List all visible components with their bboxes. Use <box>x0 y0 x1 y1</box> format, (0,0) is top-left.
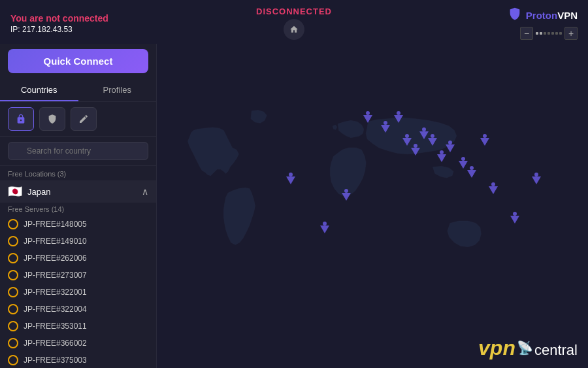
search-input[interactable] <box>8 142 148 160</box>
home-button[interactable] <box>284 19 304 40</box>
zoom-dot-7 <box>559 32 562 35</box>
world-map <box>157 44 588 368</box>
map-marker <box>381 125 390 133</box>
antenna-icon: 📡 <box>517 340 533 356</box>
proton-shield-icon <box>508 7 522 24</box>
zoom-dot-1 <box>536 32 538 35</box>
japan-country-name: Japan <box>27 187 50 197</box>
filter-edit-button[interactable] <box>71 107 97 131</box>
server-item[interactable]: JP-FREE#149010 <box>0 233 156 250</box>
header: You are not connected IP: 217.182.43.53 … <box>0 0 588 44</box>
shield-filter-icon <box>47 114 57 124</box>
chevron-up-icon: ∧ <box>142 186 148 197</box>
main-content: Quick Connect Countries Profiles <box>0 44 588 368</box>
server-status-circle <box>8 219 18 229</box>
zoom-minus-button[interactable]: − <box>520 27 533 40</box>
proton-brand-text: ProtonVPN <box>526 10 578 21</box>
server-name: JP-FREE#148005 <box>24 220 87 229</box>
map-marker <box>342 193 351 201</box>
not-connected-label: You are not connected <box>10 13 108 24</box>
server-status-circle <box>8 287 18 297</box>
zoom-dot-4 <box>547 32 550 35</box>
server-status-circle <box>8 253 18 263</box>
disconnected-label: DISCONNECTED <box>256 7 332 16</box>
map-marker <box>411 148 420 156</box>
server-name: JP-FREE#375003 <box>24 356 87 365</box>
proton-logo: ProtonVPN − + <box>508 7 578 40</box>
central-text: central <box>534 342 578 359</box>
map-marker <box>459 161 468 169</box>
filter-lock-button[interactable] <box>8 107 34 131</box>
edit-icon <box>78 114 89 124</box>
server-status-circle <box>8 270 18 280</box>
server-item[interactable]: JP-FREE#273007 <box>0 267 156 284</box>
server-name: JP-FREE#322001 <box>24 288 87 297</box>
filter-icons <box>0 102 156 137</box>
server-name: JP-FREE#273007 <box>24 271 87 280</box>
server-item[interactable]: JP-FREE#322001 <box>0 284 156 301</box>
map-marker <box>286 176 295 184</box>
server-status-circle <box>8 338 18 348</box>
zoom-controls: − + <box>520 27 578 40</box>
server-name: JP-FREE#366002 <box>24 339 87 348</box>
map-marker <box>532 176 541 184</box>
free-servers-label: Free Servers (14) <box>0 203 156 216</box>
map-marker <box>510 216 519 224</box>
zoom-bar <box>536 32 562 35</box>
map-marker <box>419 131 429 139</box>
server-status-circle <box>8 304 18 314</box>
map-marker <box>467 170 476 178</box>
map-marker <box>480 138 489 146</box>
map-marker <box>394 115 403 123</box>
proton-suffix: VPN <box>557 10 578 21</box>
connection-status: You are not connected IP: 217.182.43.53 <box>10 13 108 34</box>
zoom-dot-2 <box>540 32 542 35</box>
server-item[interactable]: JP-FREE#375003 <box>0 352 156 368</box>
shield-icon <box>508 7 522 21</box>
server-items-container: JP-FREE#148005 JP-FREE#149010 JP-FREE#26… <box>0 216 156 368</box>
filter-shield-button[interactable] <box>39 107 65 131</box>
server-name: JP-FREE#353011 <box>24 322 87 331</box>
japan-flag: 🇯🇵 <box>8 184 22 199</box>
map-marker <box>446 144 455 152</box>
tab-profiles[interactable]: Profiles <box>78 80 157 101</box>
server-name: JP-FREE#262006 <box>24 254 87 263</box>
server-item[interactable]: JP-FREE#366002 <box>0 335 156 352</box>
vpncentral-logo: vpn 📡 central <box>478 336 578 360</box>
zoom-plus-button[interactable]: + <box>564 27 578 40</box>
map-marker <box>437 154 446 162</box>
japan-country-row[interactable]: 🇯🇵 Japan ∧ <box>0 180 156 203</box>
center-status: DISCONNECTED <box>256 7 332 40</box>
map-marker <box>489 186 498 194</box>
home-icon <box>289 25 299 34</box>
tab-countries[interactable]: Countries <box>0 80 78 101</box>
search-wrap: 🔍 <box>0 137 156 166</box>
server-name: JP-FREE#322004 <box>24 305 87 314</box>
server-list: Free Locations (3) 🇯🇵 Japan ∧ Free Serve… <box>0 166 156 368</box>
map-marker <box>402 138 412 146</box>
server-item[interactable]: JP-FREE#148005 <box>0 216 156 233</box>
server-status-circle <box>8 321 18 331</box>
server-status-circle <box>8 236 18 246</box>
map-marker <box>428 138 437 146</box>
zoom-dot-3 <box>544 32 546 35</box>
tabs: Countries Profiles <box>0 80 156 102</box>
zoom-dot-5 <box>551 32 554 35</box>
server-status-circle <box>8 355 18 365</box>
server-name: JP-FREE#149010 <box>24 237 87 246</box>
map-area: vpn 📡 central <box>157 44 588 368</box>
lock-icon <box>16 114 26 124</box>
ip-address: IP: 217.182.43.53 <box>10 25 108 34</box>
server-item[interactable]: JP-FREE#353011 <box>0 318 156 335</box>
free-locations-label: Free Locations (3) <box>0 166 156 180</box>
vpn-text: vpn <box>478 336 515 360</box>
server-item[interactable]: JP-FREE#262006 <box>0 250 156 267</box>
zoom-dot-6 <box>555 32 558 35</box>
proton-prefix: Proton <box>526 10 557 21</box>
quick-connect-button[interactable]: Quick Connect <box>8 49 148 73</box>
sidebar: Quick Connect Countries Profiles <box>0 44 157 368</box>
server-item[interactable]: JP-FREE#322004 <box>0 301 156 318</box>
country-row-left: 🇯🇵 Japan <box>8 184 50 199</box>
map-marker <box>363 115 372 123</box>
map-marker <box>320 226 329 233</box>
